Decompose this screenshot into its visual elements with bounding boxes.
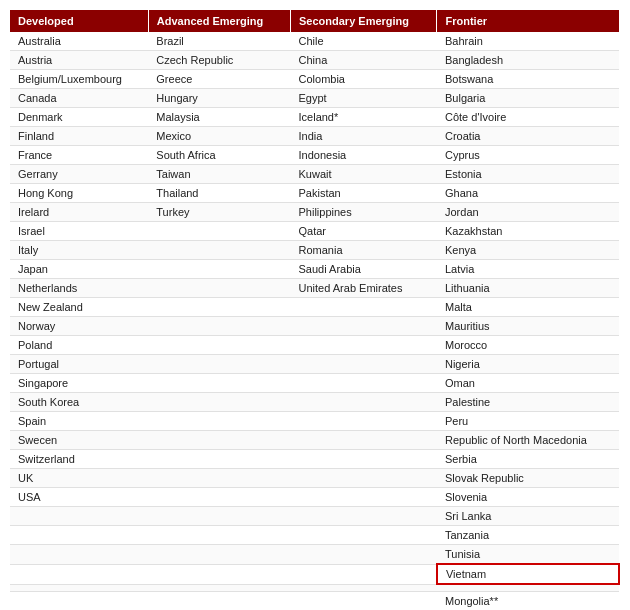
table-cell: Bulgaria xyxy=(437,89,619,108)
table-cell: Bahrain xyxy=(437,32,619,51)
table-cell: Japan xyxy=(10,260,148,279)
table-cell xyxy=(148,592,290,611)
table-cell xyxy=(291,526,437,545)
table-cell: Brazil xyxy=(148,32,290,51)
table-row: Hong KongThailandPakistanGhana xyxy=(10,184,619,203)
table-cell: China xyxy=(291,51,437,70)
table-cell: France xyxy=(10,146,148,165)
table-row: Belgium/LuxembourgGreeceColombiaBotswana xyxy=(10,70,619,89)
table-cell xyxy=(148,279,290,298)
table-cell: Canada xyxy=(10,89,148,108)
table-cell: Mauritius xyxy=(437,317,619,336)
table-cell: Malta xyxy=(437,298,619,317)
table-cell: UK xyxy=(10,469,148,488)
table-cell xyxy=(437,584,619,592)
table-cell: Slovenia xyxy=(437,488,619,507)
header-advanced-emerging: Advanced Emerging xyxy=(148,10,290,32)
table-cell xyxy=(148,241,290,260)
table-row: Vietnam xyxy=(10,564,619,584)
table-cell xyxy=(10,507,148,526)
table-cell: Italy xyxy=(10,241,148,260)
table-cell: Swecen xyxy=(10,431,148,450)
table-cell: Czech Republic xyxy=(148,51,290,70)
table-row: GerranyTaiwanKuwaitEstonia xyxy=(10,165,619,184)
table-row: Sri Lanka xyxy=(10,507,619,526)
table-cell xyxy=(10,545,148,565)
table-cell xyxy=(291,469,437,488)
table-cell: Sri Lanka xyxy=(437,507,619,526)
table-cell xyxy=(148,355,290,374)
table-cell: Australia xyxy=(10,32,148,51)
table-cell: Ghana xyxy=(437,184,619,203)
table-cell: Saudi Arabia xyxy=(291,260,437,279)
table-row: Mongolia** xyxy=(10,592,619,611)
table-row: JapanSaudi ArabiaLatvia xyxy=(10,260,619,279)
table-cell xyxy=(291,317,437,336)
table-cell: Irelard xyxy=(10,203,148,222)
header-developed: Developed xyxy=(10,10,148,32)
table-cell: Indonesia xyxy=(291,146,437,165)
table-row: FranceSouth AfricaIndonesiaCyprus xyxy=(10,146,619,165)
table-cell: Vietnam xyxy=(437,564,619,584)
table-cell xyxy=(291,450,437,469)
table-cell: Peru xyxy=(437,412,619,431)
table-cell: Bangladesh xyxy=(437,51,619,70)
table-cell xyxy=(10,564,148,584)
table-cell: Egypt xyxy=(291,89,437,108)
table-cell xyxy=(291,584,437,592)
table-row: AustriaCzech RepublicChinaBangladesh xyxy=(10,51,619,70)
table-cell xyxy=(148,412,290,431)
table-cell: India xyxy=(291,127,437,146)
table-cell xyxy=(291,412,437,431)
market-classification-table: Developed Advanced Emerging Secondary Em… xyxy=(10,10,620,610)
table-cell: Botswana xyxy=(437,70,619,89)
table-row: Tunisia xyxy=(10,545,619,565)
table-cell: Lithuania xyxy=(437,279,619,298)
table-cell: Jordan xyxy=(437,203,619,222)
table-cell: Kazakhstan xyxy=(437,222,619,241)
table-cell: Philippines xyxy=(291,203,437,222)
table-cell: Portugal xyxy=(10,355,148,374)
table-cell: Hong Kong xyxy=(10,184,148,203)
table-cell: Netherlands xyxy=(10,279,148,298)
table-cell: Morocco xyxy=(437,336,619,355)
table-row: IrelardTurkeyPhilippinesJordan xyxy=(10,203,619,222)
table-cell xyxy=(291,431,437,450)
table-cell: Slovak Republic xyxy=(437,469,619,488)
table-cell xyxy=(148,450,290,469)
table-cell xyxy=(291,355,437,374)
table-cell: Pakistan xyxy=(291,184,437,203)
table-cell: Finland xyxy=(10,127,148,146)
table-cell xyxy=(148,393,290,412)
table-cell: Croatia xyxy=(437,127,619,146)
table-row: New ZealandMalta xyxy=(10,298,619,317)
table-cell: Iceland* xyxy=(291,108,437,127)
table-cell xyxy=(148,507,290,526)
table-cell: Belgium/Luxembourg xyxy=(10,70,148,89)
table-cell xyxy=(148,488,290,507)
table-cell xyxy=(10,592,148,611)
table-cell xyxy=(291,507,437,526)
table-cell: Estonia xyxy=(437,165,619,184)
header-frontier: Frontier xyxy=(437,10,619,32)
table-cell xyxy=(148,469,290,488)
table-row: NorwayMauritius xyxy=(10,317,619,336)
table-cell xyxy=(291,298,437,317)
table-cell: Israel xyxy=(10,222,148,241)
table-cell: Mexico xyxy=(148,127,290,146)
table-row: SingaporeOman xyxy=(10,374,619,393)
table-row: SwitzerlandSerbia xyxy=(10,450,619,469)
table-cell: New Zealand xyxy=(10,298,148,317)
table-cell: Greece xyxy=(148,70,290,89)
table-cell: Palestine xyxy=(437,393,619,412)
table-cell: Denmark xyxy=(10,108,148,127)
table-cell xyxy=(291,564,437,584)
table-cell xyxy=(148,336,290,355)
table-cell xyxy=(291,545,437,565)
table-cell xyxy=(291,374,437,393)
table-row: UKSlovak Republic xyxy=(10,469,619,488)
table-cell: Colombia xyxy=(291,70,437,89)
table-cell: Tanzania xyxy=(437,526,619,545)
table-cell: Qatar xyxy=(291,222,437,241)
table-cell: Turkey xyxy=(148,203,290,222)
